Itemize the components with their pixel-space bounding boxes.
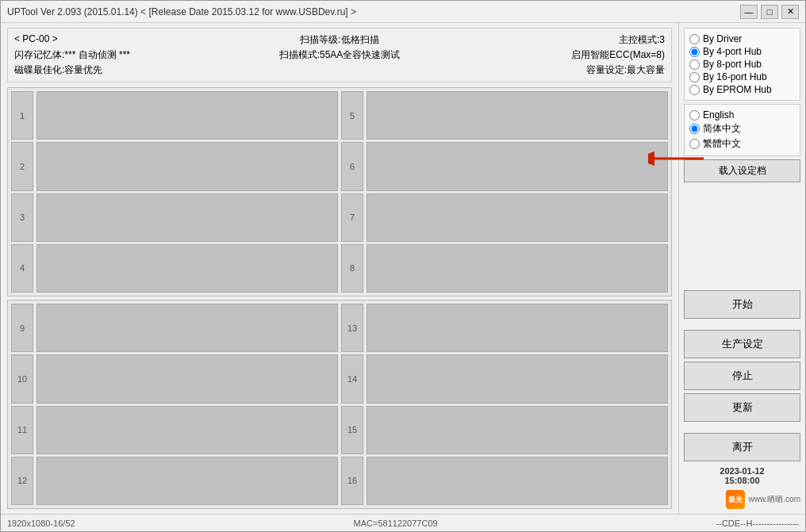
slot-bar <box>367 142 668 190</box>
hub-option-8port-label: By 8-port Hub <box>703 59 762 70</box>
title-bar: UPTool Ver 2.093 (2015.01.14) < [Release… <box>1 1 805 23</box>
gap <box>684 322 800 327</box>
update-button[interactable]: 更新 <box>684 393 800 422</box>
production-button[interactable]: 生产设定 <box>684 330 800 358</box>
hub-radio-group: By Driver By 4-port Hub By 8-port Hub By… <box>684 28 800 101</box>
slot-number: 16 <box>341 457 363 505</box>
right-panel: By Driver By 4-port Hub By 8-port Hub By… <box>678 23 805 514</box>
hub-option-16port[interactable]: By 16-port Hub <box>689 71 795 82</box>
main-window: UPTool Ver 2.093 (2015.01.14) < [Release… <box>0 0 806 532</box>
slots-container: 1 2 3 4 <box>7 87 672 509</box>
slot-row: 4 <box>11 244 338 293</box>
lang-traditional-label: 繁體中文 <box>703 137 741 151</box>
info-row-3: 磁碟最佳化:容量优先 容量设定:最大容量 <box>14 63 665 77</box>
slot-bar <box>36 354 338 403</box>
lower-slot-wrapper: 9 10 11 12 <box>11 304 668 505</box>
gap2 <box>684 425 800 430</box>
lang-english-label: English <box>703 109 734 121</box>
scan-level: 扫描等级:低格扫描 <box>231 33 447 47</box>
window-title: UPTool Ver 2.093 (2015.01.14) < [Release… <box>7 6 356 17</box>
slot-row: 1 <box>11 91 338 140</box>
slot-row: 12 <box>11 457 338 505</box>
slot-number: 6 <box>341 142 363 190</box>
time-display: 15:08:00 <box>685 476 799 485</box>
slots-lower-group: 9 10 11 12 <box>7 300 672 509</box>
resolution-status: 1920x1080-16/52 <box>7 519 75 528</box>
slot-bar <box>36 457 338 505</box>
ecc-label: 启用智能ECC(Max=8) <box>448 48 665 62</box>
slot-row: 10 <box>11 354 338 403</box>
upper-slot-wrapper: 1 2 3 4 <box>11 91 668 293</box>
slot-number: 1 <box>11 91 33 140</box>
slot-row: 11 <box>11 406 338 454</box>
slot-row: 5 <box>341 91 668 140</box>
hub-option-eprom[interactable]: By EPROM Hub <box>689 84 795 95</box>
slot-number: 11 <box>11 406 33 454</box>
close-button[interactable]: ✕ <box>781 5 799 19</box>
slots-upper-group: 1 2 3 4 <box>7 87 672 297</box>
hub-option-8port[interactable]: By 8-port Hub <box>689 59 795 70</box>
slot-number: 2 <box>11 142 33 190</box>
exit-button[interactable]: 离开 <box>684 433 800 461</box>
cde-status: --CDE--H---------------- <box>716 519 799 528</box>
slot-number: 5 <box>341 91 363 140</box>
slot-bar <box>367 244 668 293</box>
window-controls: — □ ✕ <box>740 5 799 19</box>
slot-bar <box>367 354 668 403</box>
branding: 极光 www.晒晒.com <box>684 490 800 509</box>
slot-row: 7 <box>341 193 668 242</box>
stop-button[interactable]: 停止 <box>684 362 800 390</box>
upper-left-slots: 1 2 3 4 <box>11 91 338 293</box>
master-mode: 主控模式:3 <box>448 33 665 47</box>
hub-option-16port-label: By 16-port Hub <box>703 71 767 82</box>
slot-number: 8 <box>341 244 363 293</box>
maximize-button[interactable]: □ <box>761 5 778 19</box>
lang-english[interactable]: English <box>689 109 795 121</box>
flash-info: 闪存记忆体:*** 自动侦测 *** <box>14 48 231 62</box>
slot-bar <box>367 193 668 242</box>
slot-row: 8 <box>341 244 668 293</box>
lang-section: English 简体中文 繁體中文 <box>684 104 800 182</box>
upper-right-slots: 5 6 7 8 <box>341 91 668 293</box>
slot-bar <box>36 91 338 140</box>
datetime-display: 2023-01-12 15:08:00 <box>684 465 800 487</box>
slot-number: 15 <box>341 406 363 454</box>
lower-right-slots: 13 14 15 16 <box>341 304 668 505</box>
slot-bar <box>36 244 338 293</box>
lang-simplified-label: 简体中文 <box>703 122 741 136</box>
scan-mode: 扫描模式:55AA全容快速测试 <box>231 48 447 62</box>
info-row-2: 闪存记忆体:*** 自动侦测 *** 扫描模式:55AA全容快速测试 启用智能E… <box>14 48 665 62</box>
slot-row: 16 <box>341 457 668 505</box>
mac-status: MAC=581122077C09 <box>354 519 438 528</box>
slot-row: 2 <box>11 142 338 190</box>
date-display: 2023-01-12 <box>685 466 799 476</box>
lang-simplified[interactable]: 简体中文 <box>689 122 795 136</box>
slot-number: 3 <box>11 193 33 242</box>
slot-row: 6 <box>341 142 668 190</box>
hub-option-driver[interactable]: By Driver <box>689 33 795 44</box>
slot-bar <box>367 457 668 505</box>
slot-number: 10 <box>11 354 33 403</box>
spacer <box>684 186 800 287</box>
hub-option-4port[interactable]: By 4-port Hub <box>689 46 795 57</box>
slot-number: 4 <box>11 244 33 293</box>
slot-bar <box>367 304 668 352</box>
start-button[interactable]: 开始 <box>684 290 800 319</box>
brand-icon: 极光 <box>726 490 745 509</box>
load-config-button[interactable]: 载入设定档 <box>684 159 800 182</box>
slot-row: 14 <box>341 354 668 403</box>
status-bar: 1920x1080-16/52 MAC=581122077C09 --CDE--… <box>1 514 805 531</box>
main-content: < PC-00 > 扫描等级:低格扫描 主控模式:3 闪存记忆体:*** 自动侦… <box>1 23 805 514</box>
lang-traditional[interactable]: 繁體中文 <box>689 137 795 151</box>
minimize-button[interactable]: — <box>740 5 758 19</box>
hub-option-driver-label: By Driver <box>703 33 742 44</box>
slot-bar <box>36 406 338 454</box>
hub-option-eprom-label: By EPROM Hub <box>703 84 772 95</box>
slot-row: 9 <box>11 304 338 352</box>
slot-row: 3 <box>11 193 338 242</box>
pc-label: < PC-00 > <box>14 33 231 47</box>
info-panel: < PC-00 > 扫描等级:低格扫描 主控模式:3 闪存记忆体:*** 自动侦… <box>7 28 672 82</box>
slot-row: 13 <box>341 304 668 352</box>
slot-number: 12 <box>11 457 33 505</box>
slot-bar <box>367 91 668 140</box>
